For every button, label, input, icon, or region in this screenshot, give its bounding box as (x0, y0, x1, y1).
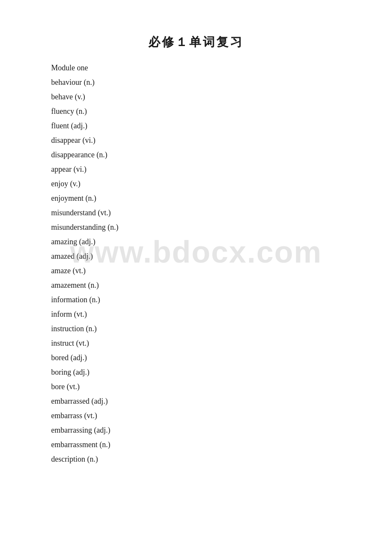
list-item: misunderstand (vt.) (51, 209, 341, 217)
list-item: embarrassment (n.) (51, 441, 341, 448)
list-item: embarrassed (adj.) (51, 397, 341, 405)
list-item: amaze (vt.) (51, 267, 341, 275)
list-item: Module one (51, 64, 341, 72)
list-item: embarrass (vt.) (51, 412, 341, 419)
list-item: bore (vt.) (51, 383, 341, 390)
list-item: fluent (adj.) (51, 122, 341, 130)
page-container: www.bdocx.com 必修１单词复习 Module onebehaviou… (0, 0, 392, 504)
list-item: description (n.) (51, 455, 341, 463)
list-item: embarrassing (adj.) (51, 426, 341, 434)
list-item: enjoy (v.) (51, 180, 341, 188)
list-item: amazing (adj.) (51, 238, 341, 246)
page-title: 必修１单词复习 (51, 34, 341, 50)
list-item: appear (vi.) (51, 165, 341, 173)
list-item: amazed (adj.) (51, 252, 341, 260)
list-item: disappear (vi.) (51, 136, 341, 144)
list-item: bored (adj.) (51, 354, 341, 361)
list-item: information (n.) (51, 296, 341, 304)
list-item: disappearance (n.) (51, 151, 341, 159)
list-item: amazement (n.) (51, 281, 341, 289)
list-item: fluency (n.) (51, 107, 341, 115)
list-item: boring (adj.) (51, 368, 341, 376)
list-item: behave (v.) (51, 93, 341, 101)
list-item: instruct (vt.) (51, 339, 341, 347)
list-item: inform (vt.) (51, 310, 341, 318)
list-item: instruction (n.) (51, 325, 341, 332)
word-list: Module onebehaviour (n.)behave (v.)fluen… (51, 64, 341, 463)
list-item: misunderstanding (n.) (51, 223, 341, 231)
list-item: behaviour (n.) (51, 78, 341, 86)
list-item: enjoyment (n.) (51, 194, 341, 202)
